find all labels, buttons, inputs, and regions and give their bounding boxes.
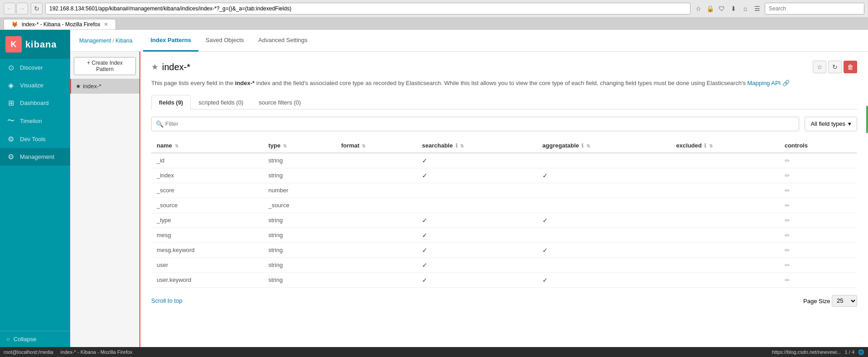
table-row: _id string ✓ ✏ xyxy=(151,153,857,168)
breadcrumb-management[interactable]: Management xyxy=(79,38,111,44)
lock-icon[interactable]: 🔒 xyxy=(705,4,715,14)
create-index-pattern-button[interactable]: + Create Index Pattern xyxy=(74,57,136,75)
cell-name-6: mesg.keyword xyxy=(151,243,263,257)
filter-input[interactable] xyxy=(151,117,799,131)
collapse-label: Collapse xyxy=(14,336,37,343)
excluded-info-icon[interactable]: ℹ xyxy=(704,143,706,149)
left-panel: + Create Index Pattern ★ index-* xyxy=(70,52,140,347)
breadcrumb-kibana[interactable]: Kibana xyxy=(115,38,132,44)
cell-controls-4: ✏ xyxy=(779,213,857,228)
edit-row-1-icon[interactable]: ✏ xyxy=(785,172,790,179)
tab-saved-objects[interactable]: Saved Objects xyxy=(198,30,251,52)
edit-row-2-icon[interactable]: ✏ xyxy=(785,187,790,194)
col-name[interactable]: name ⇅ xyxy=(151,138,263,153)
sidebar-item-dashboard-label: Dashboard xyxy=(20,100,49,106)
cell-type-4: string xyxy=(263,213,336,228)
edit-row-8-icon[interactable]: ✏ xyxy=(785,276,790,284)
page-size-label: Page Size xyxy=(803,297,830,304)
edit-row-5-icon[interactable]: ✏ xyxy=(785,232,790,239)
cell-type-0: string xyxy=(263,153,336,168)
browser-search-input[interactable] xyxy=(765,3,864,14)
col-type[interactable]: type ⇅ xyxy=(263,138,336,153)
col-format[interactable]: format ⇅ xyxy=(336,138,417,153)
back-button[interactable]: ← xyxy=(4,3,15,14)
table-row: _source _source ✏ xyxy=(151,198,857,213)
tab-index-patterns[interactable]: Index Patterns xyxy=(143,30,198,52)
cell-searchable-8: ✓ xyxy=(417,272,537,287)
nav-buttons: ← → xyxy=(4,3,28,14)
filter-row: 🔍 All field types ▾ xyxy=(151,117,857,131)
main-content: ★ index-* ☆ ↻ 🗑 This page lists every fi… xyxy=(140,52,868,347)
sub-tab-fields[interactable]: fields (9) xyxy=(151,95,191,109)
cell-name-4: _type xyxy=(151,213,263,228)
collapse-button[interactable]: ○ Collapse xyxy=(6,336,64,343)
sidebar-item-visualize[interactable]: ◈ Visualize xyxy=(0,76,70,94)
sub-tab-scripted[interactable]: scripted fields (0) xyxy=(191,95,251,109)
cell-type-7: string xyxy=(263,257,336,272)
edit-row-7-icon[interactable]: ✏ xyxy=(785,262,790,269)
sidebar: K kibana ⊙ Discover ◈ Visualize ⊞ Dashbo… xyxy=(0,30,70,347)
edit-row-0-icon[interactable]: ✏ xyxy=(785,157,790,164)
edit-row-3-icon[interactable]: ✏ xyxy=(785,202,790,209)
col-excluded[interactable]: excluded ℹ ⇅ xyxy=(671,138,779,153)
tab-close-button[interactable]: ✕ xyxy=(104,21,108,28)
cell-searchable-6: ✓ xyxy=(417,243,537,257)
download-icon[interactable]: ⬇ xyxy=(729,4,739,14)
page-size-row: Scroll to top Page Size 25 50 100 xyxy=(151,295,857,307)
forward-button[interactable]: → xyxy=(16,3,28,14)
sidebar-item-management-label: Management xyxy=(20,153,54,160)
cell-name-5: mesg xyxy=(151,228,263,243)
index-favorite-star[interactable]: ★ xyxy=(151,62,158,72)
cell-searchable-3 xyxy=(417,198,537,213)
status-bar: root@localhost:/media index-* - Kibana -… xyxy=(0,347,868,357)
refresh-button[interactable]: ↻ xyxy=(828,61,842,73)
aggregatable-info-icon[interactable]: ℹ xyxy=(581,143,584,149)
cell-aggregatable-6: ✓ xyxy=(537,243,671,257)
sidebar-item-devtools[interactable]: ⚙ Dev Tools xyxy=(0,130,70,148)
sidebar-item-timelion-label: Timelion xyxy=(20,118,42,124)
index-item-label: index-* xyxy=(83,83,101,90)
sub-tab-source[interactable]: source filters (0) xyxy=(251,95,308,109)
field-type-dropdown[interactable]: All field types ▾ xyxy=(805,117,857,131)
browser-toolbar: ← → ↻ ☆ 🔒 🛡 ⬇ ⌂ ☰ xyxy=(0,0,868,17)
cell-searchable-5: ✓ xyxy=(417,228,537,243)
tab-advanced-settings[interactable]: Advanced Settings xyxy=(251,30,315,52)
sidebar-item-management[interactable]: ⚙ Management xyxy=(0,148,70,166)
cell-excluded-6 xyxy=(671,243,779,257)
bookmark-icon[interactable]: ☆ xyxy=(693,4,703,14)
address-bar[interactable] xyxy=(45,3,691,14)
status-left: root@localhost:/media index-* - Kibana -… xyxy=(4,349,133,355)
filter-search-icon: 🔍 xyxy=(156,120,163,128)
searchable-info-icon[interactable]: ℹ xyxy=(456,143,458,149)
index-list-item[interactable]: ★ index-* xyxy=(70,79,139,94)
sidebar-item-timelion[interactable]: 〜 Timelion xyxy=(0,112,70,130)
cell-excluded-2 xyxy=(671,183,779,198)
mapping-api-link[interactable]: Mapping API xyxy=(747,80,781,86)
reload-button[interactable]: ↻ xyxy=(31,3,43,14)
status-firefox-tab: index-* - Kibana - Mozilla Firefox xyxy=(61,349,133,355)
menu-icon[interactable]: ☰ xyxy=(752,4,762,14)
sort-searchable-icon: ⇅ xyxy=(460,143,464,148)
cell-controls-0: ✏ xyxy=(779,153,857,168)
sidebar-item-discover[interactable]: ⊙ Discover xyxy=(0,59,70,76)
management-icon: ⚙ xyxy=(6,152,15,161)
col-aggregatable[interactable]: aggregatable ℹ ⇅ xyxy=(537,138,671,153)
edit-row-4-icon[interactable]: ✏ xyxy=(785,217,790,224)
sidebar-item-dashboard[interactable]: ⊞ Dashboard xyxy=(0,94,70,112)
cell-type-8: string xyxy=(263,272,336,287)
cell-excluded-8 xyxy=(671,272,779,287)
shield-icon[interactable]: 🛡 xyxy=(717,4,727,14)
favorite-button[interactable]: ☆ xyxy=(813,61,826,73)
browser-tab[interactable]: 🦊 index-* - Kibana - Mozilla Firefox ✕ xyxy=(4,19,116,29)
edit-row-6-icon[interactable]: ✏ xyxy=(785,247,790,254)
delete-button[interactable]: 🗑 xyxy=(844,61,857,73)
index-header: ★ index-* ☆ ↻ 🗑 xyxy=(151,61,857,73)
scroll-to-top-link[interactable]: Scroll to top xyxy=(151,297,182,304)
col-searchable[interactable]: searchable ℹ ⇅ xyxy=(417,138,537,153)
cell-name-0: _id xyxy=(151,153,263,168)
page-size-select[interactable]: 25 50 100 xyxy=(832,295,857,307)
status-page-count: 1 / 4 xyxy=(845,349,854,355)
kibana-logo: K kibana xyxy=(0,30,70,59)
cell-format-3 xyxy=(336,198,417,213)
home-icon[interactable]: ⌂ xyxy=(740,4,750,14)
